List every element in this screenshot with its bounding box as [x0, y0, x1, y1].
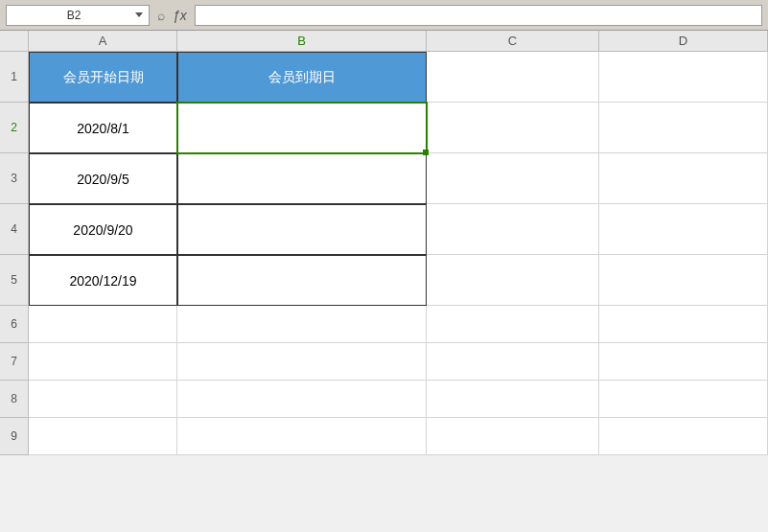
col-header-B[interactable]: B [177, 31, 427, 52]
cell-C7[interactable] [427, 343, 599, 381]
cell-A4[interactable]: 2020/9/20 [29, 204, 177, 255]
cell-A7[interactable] [29, 343, 177, 381]
row-1: 1 会员开始日期 会员到期日 [0, 52, 768, 103]
formula-bar: B2 ⌕ ƒx [0, 0, 768, 31]
cell-D1[interactable] [599, 52, 768, 103]
cell-C1[interactable] [427, 52, 599, 103]
cell-A2[interactable]: 2020/8/1 [29, 103, 177, 153]
cell-B1[interactable]: 会员到期日 [177, 52, 427, 103]
cell-D8[interactable] [599, 381, 768, 418]
cell-C3[interactable] [427, 153, 599, 204]
cell-A9[interactable] [29, 418, 177, 455]
cell-B8[interactable] [177, 381, 427, 418]
name-box-value: B2 [12, 9, 135, 22]
chevron-down-icon[interactable] [135, 12, 143, 17]
cell-D7[interactable] [599, 343, 768, 381]
row-header-6[interactable]: 6 [0, 306, 29, 343]
cell-B3[interactable] [177, 153, 427, 204]
column-headers: A B C D [0, 31, 768, 52]
cell-D2[interactable] [599, 103, 768, 153]
cell-B7[interactable] [177, 343, 427, 381]
cell-D5[interactable] [599, 255, 768, 306]
cell-A8[interactable] [29, 381, 177, 418]
cell-D9[interactable] [599, 418, 768, 455]
cell-B5[interactable] [177, 255, 427, 306]
row-3: 3 2020/9/5 [0, 153, 768, 204]
cell-D4[interactable] [599, 204, 768, 255]
row-header-7[interactable]: 7 [0, 343, 29, 381]
magnifier-icon[interactable]: ⌕ [157, 8, 165, 23]
row-2: 2 2020/8/1 [0, 103, 768, 153]
cell-A6[interactable] [29, 306, 177, 343]
row-header-4[interactable]: 4 [0, 204, 29, 255]
row-5: 5 2020/12/19 [0, 255, 768, 306]
col-header-C[interactable]: C [427, 31, 599, 52]
row-header-5[interactable]: 5 [0, 255, 29, 306]
cell-A5[interactable]: 2020/12/19 [29, 255, 177, 306]
fill-handle[interactable] [423, 150, 429, 155]
cell-B9[interactable] [177, 418, 427, 455]
row-header-3[interactable]: 3 [0, 153, 29, 204]
col-header-D[interactable]: D [599, 31, 768, 52]
row-7: 7 [0, 343, 768, 381]
cell-B4[interactable] [177, 204, 427, 255]
row-header-8[interactable]: 8 [0, 381, 29, 418]
col-header-A[interactable]: A [29, 31, 177, 52]
fx-icon[interactable]: ƒx [173, 8, 187, 23]
row-9: 9 [0, 418, 768, 455]
cell-C8[interactable] [427, 381, 599, 418]
cell-C9[interactable] [427, 418, 599, 455]
select-all-corner[interactable] [0, 31, 29, 52]
spreadsheet: A B C D 1 会员开始日期 会员到期日 2 2020/8/1 3 [0, 31, 768, 455]
cell-C6[interactable] [427, 306, 599, 343]
cell-D6[interactable] [599, 306, 768, 343]
cell-A1[interactable]: 会员开始日期 [29, 52, 177, 103]
row-6: 6 [0, 306, 768, 343]
row-header-2[interactable]: 2 [0, 103, 29, 153]
cell-D3[interactable] [599, 153, 768, 204]
cell-B6[interactable] [177, 306, 427, 343]
name-box[interactable]: B2 [6, 5, 150, 26]
row-8: 8 [0, 381, 768, 418]
formula-input[interactable] [195, 5, 762, 26]
row-header-1[interactable]: 1 [0, 52, 29, 103]
cell-C5[interactable] [427, 255, 599, 306]
cell-C2[interactable] [427, 103, 599, 153]
row-header-9[interactable]: 9 [0, 418, 29, 455]
grid-body: 1 会员开始日期 会员到期日 2 2020/8/1 3 2020/9/5 [0, 52, 768, 455]
row-4: 4 2020/9/20 [0, 204, 768, 255]
cell-B2[interactable] [177, 103, 427, 153]
cell-C4[interactable] [427, 204, 599, 255]
cell-A3[interactable]: 2020/9/5 [29, 153, 177, 204]
